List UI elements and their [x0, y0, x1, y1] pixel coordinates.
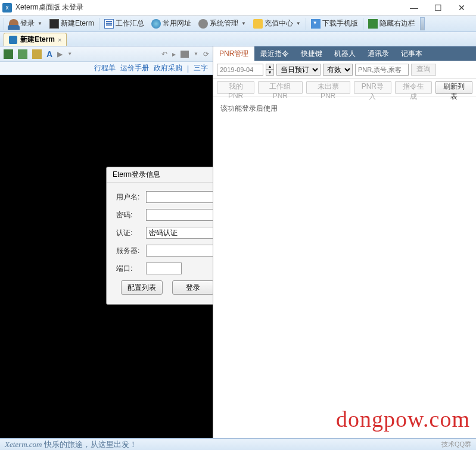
close-button[interactable]: ✕	[450, 0, 474, 15]
refresh-icon[interactable]: ⟳	[203, 50, 209, 58]
gov-purchase-link[interactable]: 政府采购	[154, 63, 182, 73]
hide-rightbar-button[interactable]: 隐藏右边栏	[365, 17, 419, 31]
dropdown-icon: ▼	[241, 21, 246, 26]
hide-icon	[368, 19, 378, 29]
new-eterm-button[interactable]: 新建Eterm	[46, 17, 98, 31]
tab-label: 新建Eterm	[20, 35, 55, 45]
tab-strip: 新建Eterm ×	[0, 32, 476, 46]
tab-close-icon[interactable]: ×	[58, 36, 61, 43]
toolbar-separator	[306, 18, 306, 30]
config-list-button[interactable]: 配置列表	[121, 280, 163, 295]
sys-manage-menu[interactable]: 系统管理 ▼	[195, 17, 250, 31]
grid-icon[interactable]	[181, 51, 189, 58]
pnr-import-button[interactable]: PNR导入	[354, 81, 391, 94]
right-tabs: PNR管理 最近指令 快捷键 机器人 通讯录 记事本	[213, 46, 476, 61]
username-input[interactable]	[146, 191, 213, 203]
three-char-link[interactable]: 三字	[194, 63, 208, 73]
nav-icon[interactable]: ▸	[172, 50, 176, 58]
search-input[interactable]	[355, 64, 409, 76]
work-summary-button[interactable]: 工作汇总	[101, 17, 148, 31]
terminal-icon	[49, 19, 59, 29]
gear-icon	[198, 19, 208, 29]
common-urls-label: 常用网址	[163, 18, 191, 29]
app-icon: x	[2, 3, 12, 12]
tab-robot[interactable]: 机器人	[328, 46, 362, 61]
query-button[interactable]: 查询	[411, 64, 436, 76]
back-icon[interactable]: ↶	[161, 50, 167, 58]
font-icon[interactable]: A	[46, 49, 52, 59]
connect-icon[interactable]	[4, 49, 13, 59]
dialog-title: Eterm登录信息	[107, 167, 213, 183]
play-dd-icon[interactable]: ▼	[67, 51, 72, 57]
status-tech: 技术QQ群	[441, 440, 471, 449]
date-up-button[interactable]: ▲	[266, 64, 274, 70]
date-spinner: ▲ ▼	[266, 64, 274, 76]
tab-contacts[interactable]: 通讯录	[362, 46, 395, 61]
username-label: 用户名:	[116, 192, 146, 202]
globe-icon	[151, 19, 161, 29]
status-domain: Xeterm.com	[5, 440, 42, 449]
main-toolbar: 登录 ▼ 新建Eterm 工作汇总 常用网址 系统管理 ▼ 充值中心 ▼ 下载手…	[0, 15, 476, 32]
dialog-body: 用户名: 密码: 认证: 服务器:	[107, 183, 213, 304]
tab-new-eterm[interactable]: 新建Eterm ×	[4, 33, 67, 46]
date-input[interactable]	[217, 64, 263, 76]
play-icon[interactable]: ▶	[57, 50, 63, 58]
unissued-pnr-button[interactable]: 未出票PNR	[306, 81, 350, 94]
fare-manual-link[interactable]: 运价手册	[120, 63, 149, 73]
server-input[interactable]	[146, 245, 213, 257]
download-mobile-label: 下载手机版	[322, 18, 358, 29]
left-panel: A ▶ ▼ ↶ ▸ ▼ ⟳ 行程单 运价手册 政府采购 | 三字 Eterm登录…	[0, 46, 213, 438]
recharge-icon	[253, 19, 263, 29]
network-icon[interactable]	[18, 49, 27, 59]
booking-select[interactable]: 当日预订	[276, 64, 321, 76]
password-input[interactable]	[146, 209, 213, 221]
my-pnr-button[interactable]: 我的PNR	[217, 81, 254, 94]
common-urls-button[interactable]: 常用网址	[148, 17, 195, 31]
minimize-button[interactable]: —	[402, 0, 426, 15]
tab-shortcuts[interactable]: 快捷键	[295, 46, 328, 61]
login-menu[interactable]: 登录 ▼	[5, 17, 46, 31]
terminal-toolbar: A ▶ ▼ ↶ ▸ ▼ ⟳	[0, 46, 213, 62]
new-eterm-label: 新建Eterm	[61, 18, 94, 29]
port-input[interactable]	[146, 262, 182, 274]
recharge-button[interactable]: 充值中心 ▼	[250, 17, 304, 31]
tab-icon	[9, 36, 17, 44]
titlebar: x Xeterm桌面版 未登录 — ☐ ✕	[0, 0, 476, 15]
terminal-area[interactable]: Eterm登录信息 用户名: 密码: 认证: 服务器:	[0, 75, 213, 438]
action-row: 我的PNR 工作组PNR 未出票PNR PNR导入 指令生成 刷新列表	[213, 79, 476, 96]
filter-row: ▲ ▼ 当日预订 有效 查询	[213, 61, 476, 79]
auth-select[interactable]	[146, 227, 213, 239]
date-down-button[interactable]: ▼	[266, 70, 274, 76]
status-select[interactable]: 有效	[323, 64, 353, 76]
dropdown-icon: ▼	[296, 21, 301, 26]
tab-notepad[interactable]: 记事本	[395, 46, 428, 61]
download-icon	[311, 19, 321, 29]
tab-pnr-manage[interactable]: PNR管理	[213, 46, 254, 61]
auth-label: 认证:	[116, 228, 146, 238]
toolbar-end-grip	[420, 17, 425, 30]
report-icon	[104, 19, 114, 29]
status-slogan: 快乐的旅途，从这里出发！	[44, 439, 137, 450]
hide-rightbar-label: 隐藏右边栏	[379, 18, 415, 29]
refresh-list-button[interactable]: 刷新列表	[435, 81, 472, 94]
login-label: 登录	[20, 18, 35, 29]
server-label: 服务器:	[116, 246, 146, 256]
gen-cmd-button[interactable]: 指令生成	[395, 81, 432, 94]
grid-dd-icon[interactable]: ▼	[194, 51, 198, 57]
group-pnr-button[interactable]: 工作组PNR	[258, 81, 302, 94]
right-panel: PNR管理 最近指令 快捷键 机器人 通讯录 记事本 ▲ ▼ 当日预订 有效 查…	[213, 46, 476, 438]
dropdown-icon: ▼	[38, 21, 42, 26]
login-button[interactable]: 登录	[172, 280, 213, 295]
recharge-label: 充值中心	[265, 18, 293, 29]
login-dialog: Eterm登录信息 用户名: 密码: 认证: 服务器:	[106, 167, 213, 305]
right-body: 该功能登录后使用	[213, 96, 476, 438]
tab-recent-cmd[interactable]: 最近指令	[254, 46, 295, 61]
itinerary-link[interactable]: 行程单	[94, 63, 116, 73]
maximize-button[interactable]: ☐	[426, 0, 450, 15]
window-title: Xeterm桌面版 未登录	[15, 2, 402, 12]
screens-icon[interactable]	[32, 49, 42, 59]
sys-manage-label: 系统管理	[210, 18, 238, 29]
user-icon	[9, 19, 18, 29]
download-mobile-button[interactable]: 下载手机版	[307, 17, 362, 31]
link-separator: |	[187, 64, 189, 73]
